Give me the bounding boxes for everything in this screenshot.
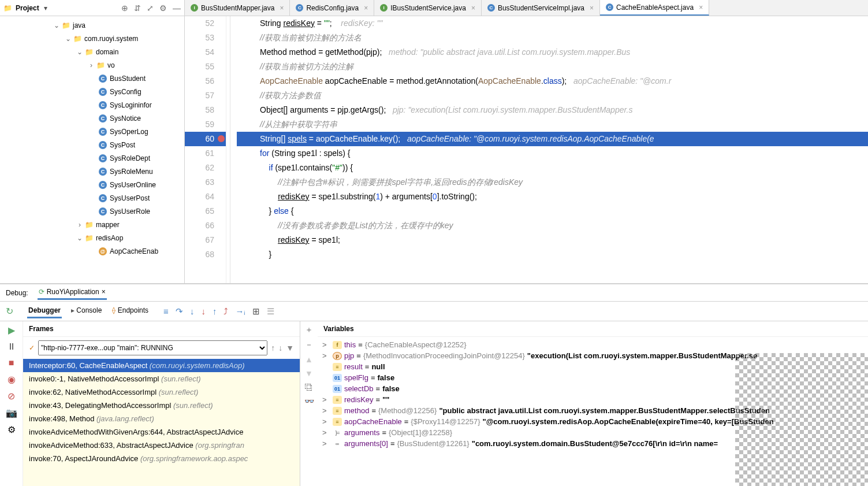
tree-item[interactable]: CSysRoleDept: [0, 151, 184, 165]
force-step-into-icon[interactable]: ↓: [201, 306, 206, 317]
variables-panel: Variables >f this = {CacheEnableAspect@1…: [318, 321, 868, 486]
variable-item[interactable]: >∞ arguments[0] = {BusStudent@12261} "co…: [318, 438, 868, 449]
tree-item[interactable]: CSysOperLog: [0, 125, 184, 138]
editor-tab[interactable]: CRedisConfig.java×: [290, 0, 374, 16]
step-out-icon[interactable]: ↑: [213, 306, 217, 317]
folding-strip[interactable]: [226, 16, 237, 283]
frame-item[interactable]: invokeAdviceMethod:633, AbstractAspectJA…: [23, 439, 300, 452]
variable-item[interactable]: >p pjp = {MethodInvocationProceedingJoin…: [318, 350, 868, 361]
tree-item[interactable]: ⌄📁domain: [0, 45, 184, 58]
tree-item[interactable]: CBusStudent: [0, 72, 184, 85]
frames-panel: Frames ✓ "http-nio-7777-exe...oup "main"…: [23, 321, 300, 486]
chevron-down-icon[interactable]: [43, 4, 47, 12]
tree-item[interactable]: @AopCacheEnab: [0, 244, 184, 258]
code-area[interactable]: 5253545556575859606162636465666768 Strin…: [185, 16, 868, 283]
editor-tab[interactable]: CBusStudentServiceImpl.java×: [482, 0, 600, 16]
glasses-icon[interactable]: 👓: [304, 396, 314, 406]
project-title[interactable]: Project: [16, 4, 39, 12]
run-to-cursor-icon[interactable]: →ᵢ: [235, 306, 245, 317]
step-over-icon[interactable]: ↷: [176, 306, 183, 317]
up-icon[interactable]: ↑: [271, 343, 275, 353]
variables-list[interactable]: >f this = {CacheEnableAspect@12252}>p pj…: [318, 337, 868, 486]
close-icon[interactable]: ×: [102, 288, 106, 296]
variable-item[interactable]: >f this = {CacheEnableAspect@12252}: [318, 339, 868, 350]
gutter[interactable]: 5253545556575859606162636465666768: [185, 16, 226, 283]
variable-item[interactable]: >}≡ arguments = {Object[1]@12258}: [318, 427, 868, 438]
resume-icon[interactable]: ▶: [8, 325, 15, 336]
view-breakpoints-icon[interactable]: ◉: [8, 374, 16, 385]
hide-icon[interactable]: —: [173, 3, 181, 13]
down-icon[interactable]: ↓: [278, 343, 282, 353]
variable-item[interactable]: >≡ aopCacheEnable = {$Proxy114@12257} "@…: [318, 416, 868, 427]
tree-item[interactable]: CSysPost: [0, 138, 184, 151]
close-icon[interactable]: ×: [280, 4, 284, 12]
variable-item[interactable]: >≡ redisKey = "": [318, 394, 868, 405]
thread-dropdown[interactable]: "http-nio-7777-exe...oup "main": RUNNING: [38, 340, 267, 355]
tree-item[interactable]: ›📁mapper: [0, 218, 184, 231]
tree-item[interactable]: CSysRoleMenu: [0, 165, 184, 178]
tree-item[interactable]: CSysLogininfor: [0, 98, 184, 112]
variable-item[interactable]: >≡ method = {Method@12256} "public abstr…: [318, 405, 868, 416]
frame-item[interactable]: Interceptor:60, CacheEnableAspect (com.r…: [23, 359, 300, 372]
project-tree[interactable]: ⌄📁java ⌄📁com.ruoyi.system ⌄📁domain ›📁vo …: [0, 16, 184, 260]
close-icon[interactable]: ×: [699, 3, 703, 12]
frame-item[interactable]: invoke:498, Method (java.lang.reflect): [23, 412, 300, 425]
close-icon[interactable]: ×: [471, 4, 475, 12]
up-icon[interactable]: ▲: [305, 355, 313, 364]
editor-area: IBusStudentMapper.java×CRedisConfig.java…: [185, 0, 868, 283]
variables-title: Variables: [318, 321, 868, 337]
evaluate-icon[interactable]: ⊞: [252, 306, 260, 317]
down-icon[interactable]: ▼: [305, 369, 313, 378]
tab-debugger[interactable]: Debugger: [27, 304, 62, 318]
pause-icon[interactable]: ⏸: [7, 342, 16, 352]
editor-tab[interactable]: CCacheEnableAspect.java×: [600, 0, 709, 16]
project-panel: 📁 Project ⊕ ⇵ ⤢ ⚙ — ⌄📁java ⌄📁com.ruoyi.s…: [0, 0, 185, 283]
project-icon: 📁: [3, 4, 12, 12]
rerun-icon[interactable]: ↻: [6, 306, 13, 317]
debug-label: Debug:: [6, 289, 28, 297]
copy-icon[interactable]: ⿻: [305, 383, 313, 392]
filter-icon[interactable]: ▼: [286, 343, 294, 353]
editor-tab[interactable]: IBusStudentMapper.java×: [185, 0, 290, 16]
tab-console[interactable]: ▸ Console: [70, 304, 103, 318]
tree-item[interactable]: CSysUserRole: [0, 205, 184, 218]
tree-item[interactable]: CSysNotice: [0, 112, 184, 125]
tree-item[interactable]: CSysConfig: [0, 85, 184, 98]
frame-item[interactable]: invoke:62, NativeMethodAccessorImpl (sun…: [23, 385, 300, 399]
variable-item[interactable]: 01 spelFlg = false: [318, 372, 868, 383]
frame-item[interactable]: invoke0:-1, NativeMethodAccessorImpl (su…: [23, 372, 300, 385]
editor-tabs: IBusStudentMapper.java×CRedisConfig.java…: [185, 0, 868, 16]
debug-run-tab[interactable]: ⟳ RuoYiApplication ×: [38, 285, 107, 300]
stop-icon[interactable]: ■: [9, 358, 14, 368]
drop-frame-icon[interactable]: ⤴: [223, 306, 228, 317]
remove-watch-icon[interactable]: －: [305, 340, 313, 350]
mute-breakpoints-icon[interactable]: ⊘: [8, 391, 15, 402]
close-icon[interactable]: ×: [364, 4, 368, 12]
tree-item[interactable]: ⌄📁com.ruoyi.system: [0, 32, 184, 45]
frame-item[interactable]: invoke:43, DelegatingMethodAccessorImpl …: [23, 399, 300, 412]
collapse-icon[interactable]: ⇵: [134, 3, 141, 13]
code-lines[interactable]: String redisKey = ""; redisKey: ""//获取当前…: [237, 16, 868, 283]
variable-item[interactable]: 01 selectDb = false: [318, 383, 868, 394]
settings-icon[interactable]: ⚙: [159, 3, 167, 13]
frame-item[interactable]: invoke:70, AspectJAroundAdvice (org.spri…: [23, 452, 300, 465]
add-watch-icon[interactable]: ＋: [305, 325, 313, 335]
expand-icon[interactable]: ⤢: [147, 3, 154, 13]
tree-item[interactable]: ›📁vo: [0, 58, 184, 72]
editor-tab[interactable]: IIBusStudentService.java×: [374, 0, 482, 16]
step-into-icon[interactable]: ↓: [190, 306, 195, 317]
close-icon[interactable]: ×: [590, 4, 594, 12]
settings-icon[interactable]: ⚙: [8, 424, 16, 435]
tree-item[interactable]: ⌄📁redisAop: [0, 231, 184, 244]
tree-item[interactable]: CSysUserOnline: [0, 178, 184, 191]
tree-item[interactable]: ⌄📁java: [0, 18, 184, 32]
more-icon[interactable]: ☰: [267, 306, 274, 317]
tab-endpoints[interactable]: ⟠ Endpoints: [111, 304, 150, 318]
camera-icon[interactable]: 📷: [6, 407, 17, 418]
locate-icon[interactable]: ⊕: [121, 3, 128, 13]
threads-icon[interactable]: ≡: [163, 306, 169, 317]
frame-list[interactable]: Interceptor:60, CacheEnableAspect (com.r…: [23, 359, 300, 486]
tree-item[interactable]: CSysUserPost: [0, 191, 184, 205]
frame-item[interactable]: invokeAdviceMethodWithGivenArgs:644, Abs…: [23, 425, 300, 439]
variable-item[interactable]: ≡ result = null: [318, 361, 868, 372]
